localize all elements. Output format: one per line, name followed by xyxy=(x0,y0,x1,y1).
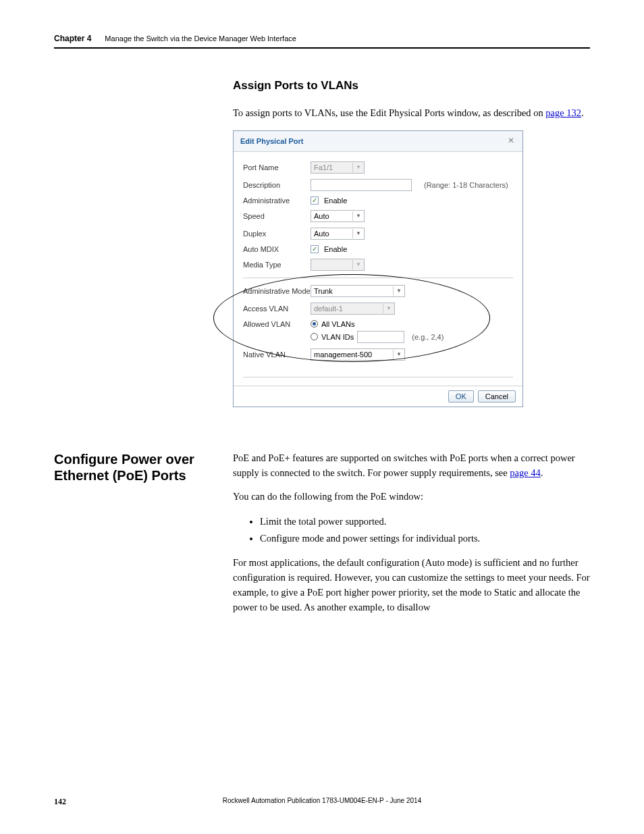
admin-mode-label: Administrative Mode xyxy=(243,287,311,295)
page-header: Chapter 4 Manage the Switch via the Devi… xyxy=(54,34,590,49)
chevron-down-icon: ▼ xyxy=(352,229,361,238)
speed-value: Auto xyxy=(314,212,329,220)
admin-mode-select[interactable]: Trunk ▼ xyxy=(311,285,405,297)
divider xyxy=(243,377,513,377)
dialog-title: Edit Physical Port xyxy=(240,137,304,145)
bullet-list: Limit the total power supported. Configu… xyxy=(260,514,590,546)
auto-mdix-checkbox[interactable]: ✓ xyxy=(311,245,319,253)
duplex-select[interactable]: Auto ▼ xyxy=(311,228,365,240)
publication-id: Rockwell Automation Publication 1783-UM0… xyxy=(223,797,421,804)
body-paragraph: For most applications, the default confi… xyxy=(233,556,590,615)
access-vlan-select[interactable]: default-1 ▼ xyxy=(311,303,395,315)
chapter-label: Chapter 4 xyxy=(54,34,91,43)
page-link-132[interactable]: page 132 xyxy=(545,107,581,118)
chevron-down-icon: ▼ xyxy=(352,260,361,269)
edit-physical-port-dialog: Edit Physical Port ✕ Port Name Fa1/1 ▼ xyxy=(233,130,523,407)
native-vlan-label: Native VLAN xyxy=(243,350,311,359)
port-name-value: Fa1/1 xyxy=(314,163,333,172)
all-vlans-radio[interactable] xyxy=(311,320,318,328)
divider xyxy=(243,278,513,278)
speed-select[interactable]: Auto ▼ xyxy=(311,210,365,222)
dialog-header: Edit Physical Port ✕ xyxy=(234,131,522,152)
text-span: . xyxy=(541,467,543,478)
list-item: Limit the total power supported. xyxy=(260,514,590,529)
native-vlan-value: management-500 xyxy=(314,350,372,359)
cancel-button[interactable]: Cancel xyxy=(478,390,516,402)
chevron-down-icon: ▼ xyxy=(393,350,402,359)
vlan-ids-radio[interactable] xyxy=(311,333,318,340)
list-item: Configure mode and power settings for in… xyxy=(260,531,590,546)
vlan-ids-hint: (e.g., 2,4) xyxy=(412,333,444,341)
administrative-checkbox[interactable]: ✓ xyxy=(311,197,319,205)
access-vlan-label: Access VLAN xyxy=(243,305,311,313)
native-vlan-select[interactable]: management-500 ▼ xyxy=(311,348,405,361)
close-icon[interactable]: ✕ xyxy=(506,136,516,146)
body-paragraph: To assign ports to VLANs, use the Edit P… xyxy=(233,106,590,121)
allowed-vlan-label: Allowed VLAN xyxy=(243,320,311,328)
page-footer: 142 Rockwell Automation Publication 1783… xyxy=(54,797,590,807)
media-type-select[interactable]: ▼ xyxy=(311,259,365,271)
media-type-label: Media Type xyxy=(243,261,311,269)
administrative-checkbox-label: Enable xyxy=(324,197,347,205)
chapter-title: Manage the Switch via the Device Manager… xyxy=(105,34,296,43)
chevron-down-icon: ▼ xyxy=(352,163,361,172)
access-vlan-value: default-1 xyxy=(314,305,343,313)
body-paragraph: You can do the following from the PoE wi… xyxy=(233,490,590,504)
page-link-44[interactable]: page 44 xyxy=(510,467,541,478)
description-input[interactable] xyxy=(311,179,412,191)
description-label: Description xyxy=(243,181,311,189)
auto-mdix-checkbox-label: Enable xyxy=(324,245,347,253)
chevron-down-icon: ▼ xyxy=(393,286,402,296)
text-span: To assign ports to VLANs, use the Edit P… xyxy=(233,107,545,118)
section-heading-poe: Configure Power over Ethernet (PoE) Port… xyxy=(54,451,213,484)
body-paragraph: PoE and PoE+ features are supported on s… xyxy=(233,451,590,481)
vlan-ids-input[interactable] xyxy=(357,331,404,343)
chevron-down-icon: ▼ xyxy=(383,304,392,313)
all-vlans-radio-label: All VLANs xyxy=(321,320,355,328)
auto-mdix-label: Auto MDIX xyxy=(243,245,311,253)
ok-button[interactable]: OK xyxy=(448,390,474,402)
page-number: 142 xyxy=(54,797,66,807)
description-range-hint: (Range: 1-18 Characters) xyxy=(424,181,508,189)
vlan-ids-radio-label: VLAN IDs xyxy=(321,333,354,341)
port-name-label: Port Name xyxy=(243,163,311,172)
text-span: . xyxy=(581,107,584,118)
chevron-down-icon: ▼ xyxy=(352,211,361,221)
admin-mode-value: Trunk xyxy=(314,287,333,295)
administrative-label: Administrative xyxy=(243,197,311,205)
speed-label: Speed xyxy=(243,212,311,220)
section-heading-assign-ports: Assign Ports to VLANs xyxy=(233,79,590,93)
duplex-label: Duplex xyxy=(243,230,311,238)
duplex-value: Auto xyxy=(314,230,329,238)
port-name-select[interactable]: Fa1/1 ▼ xyxy=(311,161,365,174)
